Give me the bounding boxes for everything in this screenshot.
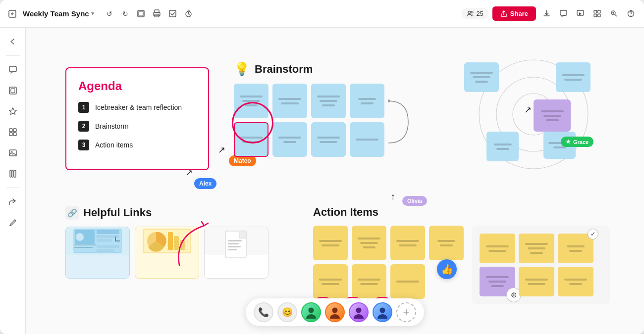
link-cards (65, 227, 268, 279)
canvas[interactable]: Agenda 1 Icebreaker & team reflection 2 … (26, 28, 644, 334)
agenda-text-2: Brainstorm (95, 122, 129, 130)
link-card-chart[interactable] (135, 227, 199, 279)
svg-rect-53 (228, 249, 237, 250)
ar-note-1[interactable] (480, 234, 515, 263)
svg-rect-29 (12, 170, 13, 177)
link-chain-icon: 🔗 (65, 206, 79, 220)
sticky-note-b5-highlighted[interactable] (234, 122, 268, 157)
timer-icon[interactable] (183, 8, 194, 19)
action-note-7[interactable] (390, 264, 425, 299)
frame-icon[interactable] (136, 8, 147, 19)
cursor-arrow-mateo: ↗ (218, 144, 225, 155)
avatar-user-2[interactable] (325, 302, 345, 322)
svg-rect-24 (9, 133, 12, 136)
svg-point-18 (630, 15, 631, 16)
sidebar-item-library[interactable] (4, 165, 22, 183)
download-icon[interactable] (540, 7, 553, 20)
sidebar-divider-2 (6, 188, 20, 188)
svg-rect-28 (10, 170, 11, 177)
sidebar-item-images[interactable] (4, 144, 22, 162)
action-note-2[interactable] (352, 226, 386, 260)
agenda-num-1: 1 (78, 102, 89, 113)
app-container: Weekly Team Sync ▾ ↺ ↻ (0, 0, 644, 334)
svg-rect-2 (139, 11, 143, 16)
agenda-num-2: 2 (78, 121, 89, 132)
cursor-grace: ★ Grace (561, 137, 593, 147)
cursor-arrow-grace: ↗ (524, 104, 532, 115)
action-note-3[interactable] (390, 226, 425, 260)
sticky-note-b8[interactable] (350, 122, 384, 157)
print-icon[interactable] (152, 8, 162, 19)
page-title[interactable]: Weekly Team Sync ▾ (23, 9, 94, 18)
ar-note-5[interactable] (519, 267, 554, 296)
add-user-button[interactable]: + (396, 302, 416, 322)
action-items-title: Action Items (313, 206, 378, 219)
avatar-user-3[interactable] (349, 302, 369, 322)
avatar-user-4[interactable] (373, 302, 392, 322)
comment-icon[interactable] (557, 7, 570, 20)
sticky-note-b6[interactable] (272, 122, 307, 157)
present-icon[interactable] (574, 7, 587, 20)
action-note-4[interactable] (429, 226, 464, 260)
action-note-6[interactable] (352, 264, 386, 299)
link-card-webpage[interactable] (65, 227, 130, 279)
help-icon[interactable] (624, 7, 637, 20)
svg-rect-15 (597, 14, 600, 17)
svg-point-55 (332, 308, 338, 313)
share-button[interactable]: Share (492, 6, 536, 21)
svg-rect-22 (9, 129, 12, 132)
svg-rect-14 (594, 14, 597, 17)
sticky-note-b7[interactable] (311, 122, 346, 157)
ar-note-3[interactable]: ✓ (558, 234, 593, 263)
agenda-card: Agenda 1 Icebreaker & team reflection 2 … (65, 67, 209, 170)
svg-rect-23 (13, 129, 16, 132)
action-note-1[interactable] (313, 226, 348, 260)
cursor-arrow-alex: ↗ (185, 167, 193, 178)
svg-rect-42 (97, 249, 114, 252)
emoji-icon-btn[interactable]: 😊 (277, 302, 297, 322)
back-icon[interactable] (7, 8, 18, 19)
circle-note-4[interactable] (486, 132, 519, 161)
svg-rect-21 (11, 89, 15, 93)
agenda-item-3: 3 Action items (78, 140, 196, 150)
participants-badge[interactable]: 25 (462, 8, 488, 19)
circle-note-3[interactable] (534, 99, 571, 132)
sidebar-item-frames[interactable] (4, 82, 22, 99)
avatar-user-1[interactable] (301, 302, 321, 322)
check-icon[interactable] (167, 8, 178, 19)
sidebar-divider-1 (6, 55, 20, 56)
svg-point-9 (471, 11, 473, 13)
ar-note-4[interactable]: ⊕ (480, 267, 515, 296)
sidebar-item-draw[interactable] (4, 214, 22, 232)
ar-note-2[interactable] (519, 234, 554, 263)
sidebar-item-export[interactable] (4, 193, 22, 211)
brainstorm-section: 💡 Brainstorm (234, 61, 384, 157)
action-note-5[interactable] (313, 264, 348, 299)
grid-view-icon[interactable] (590, 7, 603, 20)
zoom-icon[interactable] (607, 7, 620, 20)
phone-icon-btn[interactable]: 📞 (254, 302, 273, 322)
svg-point-31 (388, 99, 390, 102)
sticky-note-b4[interactable] (350, 84, 384, 118)
sidebar-item-favorites[interactable] (4, 102, 22, 120)
ar-note-6[interactable] (558, 267, 593, 296)
svg-point-8 (468, 11, 471, 14)
sidebar-item-grid[interactable] (4, 123, 22, 141)
circle-note-2[interactable] (556, 62, 590, 92)
sticky-note-b2[interactable] (272, 84, 307, 118)
svg-point-54 (309, 308, 314, 313)
brainstorm-title: Brainstorm (255, 63, 313, 76)
action-right-grid: ✓ ⊕ (480, 234, 602, 296)
check-badge: ✓ (588, 229, 598, 239)
redo-icon[interactable]: ↻ (120, 8, 131, 19)
sidebar-item-comments[interactable] (4, 61, 22, 79)
agenda-title: Agenda (78, 79, 196, 93)
sticky-note-b3[interactable] (311, 84, 346, 118)
circle-note-1[interactable] (464, 62, 499, 92)
sticky-note-b1[interactable] (234, 84, 268, 118)
sidebar-item-back[interactable] (4, 33, 22, 50)
svg-point-57 (380, 308, 385, 313)
undo-icon[interactable]: ↺ (104, 8, 115, 19)
link-card-document[interactable] (204, 227, 268, 279)
svg-point-56 (356, 308, 362, 313)
